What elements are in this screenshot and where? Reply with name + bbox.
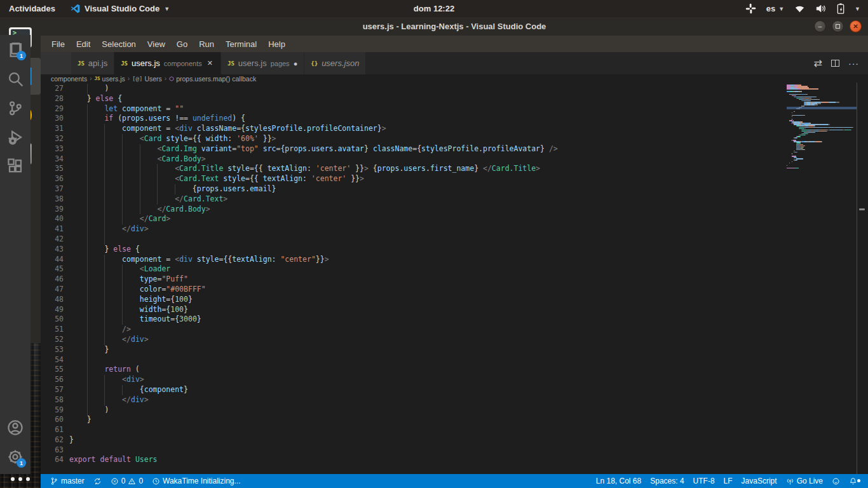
- code-line[interactable]: 40 </Card>: [41, 214, 787, 224]
- code-line[interactable]: 29 let component = "": [41, 104, 787, 114]
- line-number: 47: [41, 285, 69, 295]
- breadcrumb-item[interactable]: props.users.map() callback: [169, 75, 256, 83]
- code-line[interactable]: 34 <Card.Body>: [41, 154, 787, 165]
- code-line[interactable]: 60 }: [41, 415, 787, 425]
- activitybar-source-control-icon[interactable]: [0, 93, 31, 123]
- code-line[interactable]: 63: [41, 445, 787, 456]
- minimize-button[interactable]: –: [814, 20, 826, 32]
- activitybar-explorer-icon[interactable]: 1: [0, 35, 31, 64]
- activitybar-run-debug-icon[interactable]: [0, 123, 31, 152]
- code-area[interactable]: 27 )28 } else {29 let component = ""30 i…: [41, 83, 787, 474]
- code-line[interactable]: 44 component = <div style={{textAlign: "…: [41, 255, 787, 265]
- activitybar-extensions-icon[interactable]: [0, 152, 31, 181]
- open-changes-icon[interactable]: ⇄: [814, 57, 822, 69]
- tab-users-js[interactable]: JSusers.jscomponents✕: [114, 52, 221, 74]
- statusbar-sync[interactable]: [89, 477, 106, 485]
- statusbar-encoding[interactable]: UTF-8: [689, 477, 719, 485]
- code-line[interactable]: 55 return (: [41, 365, 787, 375]
- minimap[interactable]: [787, 83, 857, 474]
- modified-dot-icon[interactable]: ●: [294, 60, 298, 67]
- volume-icon[interactable]: [815, 4, 827, 13]
- code-line[interactable]: 53 }: [41, 345, 787, 355]
- menubar-item-run[interactable]: Run: [193, 37, 220, 51]
- statusbar-clock[interactable]: WakaTime Initializing...: [147, 477, 245, 485]
- code-line[interactable]: 58 </div>: [41, 395, 787, 405]
- maximize-button[interactable]: [832, 20, 844, 32]
- statusbar-go-live[interactable]: Go Live: [782, 477, 827, 485]
- indent-guide: [122, 285, 123, 295]
- editor-pane[interactable]: 27 )28 } else {29 let component = ""30 i…: [41, 83, 868, 474]
- code-line[interactable]: 36 <Card.Text style={{ textAlign: 'cente…: [41, 174, 787, 184]
- menubar-item-help[interactable]: Help: [262, 37, 291, 51]
- activitybar-settings-icon[interactable]: 1: [0, 442, 31, 471]
- more-actions-icon[interactable]: ···: [848, 58, 859, 69]
- menubar-item-file[interactable]: File: [46, 37, 71, 51]
- split-editor-icon[interactable]: [831, 60, 839, 67]
- code-line[interactable]: 27 ): [41, 84, 787, 94]
- statusbar-cursor-position[interactable]: Ln 18, Col 68: [592, 477, 646, 485]
- code-line[interactable]: 32 <Card style={{ width: '60%' }}>: [41, 134, 787, 144]
- statusbar-eol[interactable]: LF: [719, 477, 737, 485]
- code-line[interactable]: 51 />: [41, 325, 787, 335]
- statusbar-feedback[interactable]: [827, 477, 844, 485]
- tab-users-js[interactable]: JSusers.jspages●: [221, 52, 304, 74]
- menubar-item-selection[interactable]: Selection: [96, 37, 141, 51]
- statusbar-notifications[interactable]: [844, 477, 862, 485]
- code-line[interactable]: 64export default Users: [41, 455, 787, 465]
- code-line[interactable]: 54: [41, 355, 787, 365]
- broadcast-icon: [786, 477, 794, 485]
- tab-api-js[interactable]: JSapi.js: [71, 52, 114, 74]
- tab-users-json[interactable]: {}users.json: [304, 52, 366, 74]
- close-tab-icon[interactable]: ✕: [206, 58, 214, 68]
- code-line[interactable]: 50 timeout={3000}: [41, 315, 787, 325]
- menubar-item-terminal[interactable]: Terminal: [220, 37, 262, 51]
- code-line[interactable]: 42: [41, 234, 787, 245]
- menubar-item-go[interactable]: Go: [171, 37, 193, 51]
- statusbar-errors-warnings[interactable]: 00: [106, 477, 147, 485]
- indent-guide: [87, 224, 88, 234]
- code-line[interactable]: 47 color="#00BFFF": [41, 285, 787, 295]
- activitybar-accounts-icon[interactable]: [0, 413, 31, 442]
- slack-icon[interactable]: [745, 3, 756, 14]
- title-bar[interactable]: users.js - Learning-Nextjs - Visual Stud…: [41, 17, 868, 36]
- code-line[interactable]: 43 } else {: [41, 245, 787, 255]
- code-line[interactable]: 52 </div>: [41, 335, 787, 345]
- code-line[interactable]: 57 {component}: [41, 385, 787, 395]
- code-line[interactable]: 61: [41, 425, 787, 435]
- code-line[interactable]: 49 width={100}: [41, 305, 787, 315]
- code-line[interactable]: 48 height={100}: [41, 295, 787, 305]
- code-line[interactable]: 28 } else {: [41, 94, 787, 104]
- code-line[interactable]: 31 component = <div className={stylesPro…: [41, 124, 787, 134]
- code-line[interactable]: 30 if (props.users !== undefined) {: [41, 114, 787, 124]
- indent-guide: [140, 174, 140, 184]
- system-menu-caret-icon[interactable]: ▼: [855, 6, 860, 12]
- close-button[interactable]: ✕: [850, 20, 862, 32]
- code-line[interactable]: 59 ): [41, 405, 787, 416]
- statusbar-indentation[interactable]: Spaces: 4: [646, 477, 688, 485]
- code-line[interactable]: 33 <Card.Img variant="top" src={props.us…: [41, 144, 787, 154]
- code-line[interactable]: 41 </div>: [41, 224, 787, 234]
- code-line[interactable]: 46 type="Puff": [41, 274, 787, 285]
- statusbar-git-branch[interactable]: master: [46, 477, 89, 485]
- statusbar-language-mode[interactable]: JavaScript: [737, 477, 782, 485]
- code-line[interactable]: 39 </Card.Body>: [41, 205, 787, 215]
- menubar-item-edit[interactable]: Edit: [71, 37, 96, 51]
- overview-ruler[interactable]: [857, 83, 868, 474]
- activities-button[interactable]: Actividades: [0, 0, 64, 17]
- code-line[interactable]: 37 {props.users.email}: [41, 184, 787, 194]
- breadcrumb-item[interactable]: [@]Users: [132, 75, 162, 83]
- menubar-item-view[interactable]: View: [142, 37, 171, 51]
- code-line[interactable]: 56 <div>: [41, 375, 787, 385]
- code-line[interactable]: 38 </Card.Text>: [41, 194, 787, 205]
- keyboard-layout-indicator[interactable]: es ▼: [766, 4, 784, 13]
- breadcrumb-item[interactable]: JSusers.js: [95, 75, 125, 83]
- activitybar-search-icon[interactable]: [0, 64, 31, 93]
- app-menu[interactable]: Visual Studio Code ▼: [64, 0, 176, 17]
- code-line[interactable]: 62}: [41, 435, 787, 445]
- breadcrumb-item[interactable]: components: [51, 75, 87, 83]
- line-number: 44: [41, 255, 69, 265]
- battery-icon[interactable]: [837, 3, 844, 14]
- code-line[interactable]: 35 <Card.Title style={{ textAlign: 'cent…: [41, 164, 787, 174]
- code-line[interactable]: 45 <Loader: [41, 264, 787, 274]
- wifi-icon[interactable]: [794, 4, 805, 13]
